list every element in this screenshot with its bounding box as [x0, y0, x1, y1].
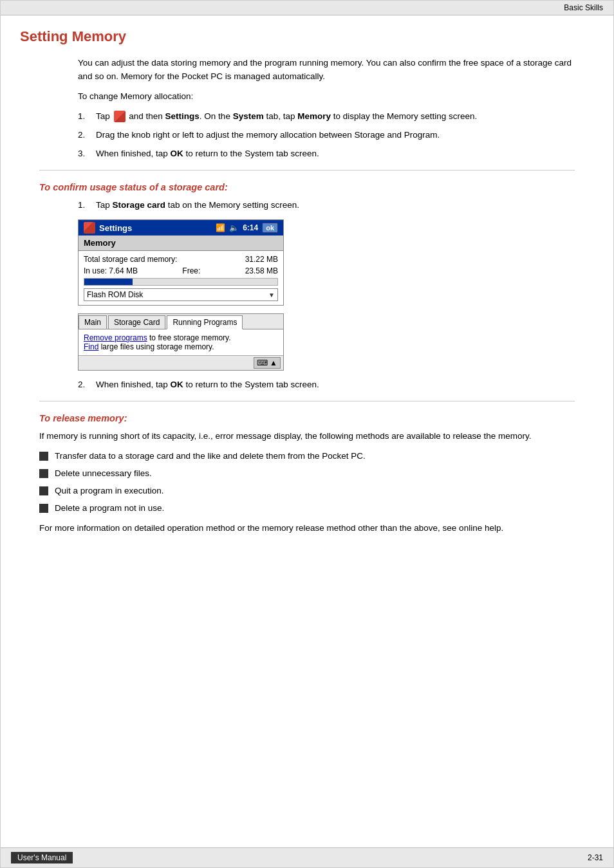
step-3: 3. When finished, tap OK to return to th… — [78, 147, 575, 161]
section-heading-2: To release memory: — [39, 413, 575, 423]
intro-paragraph-2: To change Memory allocation: — [78, 90, 575, 104]
dropdown-arrow-icon: ▼ — [268, 291, 275, 299]
link-row-1: Remove programs to free storage memory. — [84, 333, 278, 342]
progress-bar-used — [84, 279, 133, 285]
link-row-2: Find large files using storage memory. — [84, 342, 278, 351]
step-storage-1: 1. Tap Storage card tab on the Memory se… — [78, 199, 575, 212]
in-use-row: In use: 7.64 MB Free: 23.58 MB — [84, 266, 278, 275]
step-2-text: Drag the knob right or left to adjust th… — [96, 129, 575, 142]
keyboard-icon: ⌨ ▲ — [254, 357, 281, 369]
step-2-after: 2. When finished, tap OK to return to th… — [78, 378, 575, 392]
find-link[interactable]: Find — [84, 342, 98, 351]
total-storage-row: Total storage card memory: 31.22 MB — [84, 255, 278, 264]
step-2-after-num: 2. — [78, 378, 91, 392]
remove-programs-rest: to free storage memory. — [147, 333, 231, 342]
bullet-item-2: Delete unnecessary files. — [39, 467, 575, 481]
header-bar: Basic Skills — [1, 1, 613, 15]
main-content: Setting Memory You can adjust the data s… — [1, 15, 613, 580]
step-3-text: When finished, tap OK to return to the S… — [96, 147, 575, 161]
find-rest: large files using storage memory. — [98, 342, 214, 351]
bullet-text-3: Quit a program in execution. — [55, 485, 164, 498]
tab-storage-card[interactable]: Storage Card — [108, 315, 165, 329]
ui-screenshot-tabs: Main Storage Card Running Programs Remov… — [78, 313, 284, 371]
closing-text: For more information on detailed operati… — [39, 522, 575, 535]
divider-2 — [39, 401, 575, 402]
volume-icon: 🔈 — [229, 223, 239, 232]
section-label: Basic Skills — [564, 3, 603, 12]
tab-running-programs[interactable]: Running Programs — [167, 315, 243, 329]
titlebar-time: 6:14 — [243, 223, 258, 232]
intro-paragraph-1: You can adjust the data storing memory a… — [78, 57, 575, 84]
page-footer: User's Manual 2-31 — [1, 847, 613, 867]
ui-titlebar-left: Settings — [84, 222, 132, 234]
divider-1 — [39, 170, 575, 171]
memory-ui-body: Total storage card memory: 31.22 MB In u… — [79, 251, 283, 305]
remove-programs-link[interactable]: Remove programs — [84, 333, 147, 342]
free-label: Free: — [182, 266, 200, 275]
step-1: 1. Tap and then Settings. On the System … — [78, 110, 575, 124]
memory-tab-header: Memory — [79, 235, 283, 251]
bullet-item-1: Transfer data to a storage card and the … — [39, 450, 575, 463]
release-intro: If memory is running short of its capaci… — [39, 430, 575, 443]
dropdown-row[interactable]: Flash ROM Disk ▼ — [84, 288, 278, 301]
bullet-text-4: Delete a program not in use. — [55, 502, 164, 515]
free-value: 23.58 MB — [245, 266, 278, 275]
bullet-list: Transfer data to a storage card and the … — [39, 450, 575, 515]
progress-bar-container — [84, 278, 278, 286]
titlebar-icon — [84, 222, 95, 234]
bullet-text-2: Delete unnecessary files. — [55, 467, 152, 481]
bullet-item-4: Delete a program not in use. — [39, 502, 575, 515]
titlebar-title: Settings — [99, 223, 132, 233]
step-2-after-item: 2. When finished, tap OK to return to th… — [78, 378, 575, 392]
bullet-icon-3 — [39, 486, 48, 495]
step-2-after-text: When finished, tap OK to return to the S… — [96, 378, 575, 392]
step-1-num: 1. — [78, 110, 91, 124]
steps-storage-card: 1. Tap Storage card tab on the Memory se… — [78, 199, 575, 212]
step-storage-1-num: 1. — [78, 199, 91, 212]
bullet-icon-4 — [39, 504, 48, 513]
tab-main[interactable]: Main — [79, 315, 107, 329]
step-2-num: 2. — [78, 129, 91, 142]
ui-screenshot-memory: Settings 📶 🔈 6:14 ok Memory Total storag… — [78, 219, 284, 306]
bottom-bar: ⌨ ▲ — [79, 355, 283, 370]
step-3-num: 3. — [78, 147, 91, 161]
ui-titlebar: Settings 📶 🔈 6:14 ok — [79, 220, 283, 235]
tab-content: Remove programs to free storage memory. … — [79, 329, 283, 355]
footer-left-label: User's Manual — [11, 852, 73, 863]
dropdown-value: Flash ROM Disk — [87, 290, 143, 299]
step-storage-1-text: Tap Storage card tab on the Memory setti… — [96, 199, 575, 212]
bullet-icon-2 — [39, 469, 48, 478]
steps-change-memory: 1. Tap and then Settings. On the System … — [78, 110, 575, 161]
tabs-bar: Main Storage Card Running Programs — [79, 314, 283, 329]
settings-icon — [114, 111, 126, 122]
footer-right-label: 2-31 — [588, 853, 603, 862]
ui-titlebar-right: 📶 🔈 6:14 ok — [216, 223, 278, 233]
page-title: Setting Memory — [20, 28, 575, 45]
step-2: 2. Drag the knob right or left to adjust… — [78, 129, 575, 142]
ok-button[interactable]: ok — [262, 223, 278, 233]
in-use-label: In use: 7.64 MB — [84, 266, 138, 275]
total-storage-label: Total storage card memory: — [84, 255, 177, 264]
signal-icon: 📶 — [216, 223, 225, 232]
section-heading-1: To confirm usage status of a storage car… — [39, 182, 575, 192]
total-storage-value: 31.22 MB — [245, 255, 278, 264]
bullet-icon-1 — [39, 452, 48, 461]
step-1-text: Tap and then Settings. On the System tab… — [96, 110, 575, 124]
bullet-item-3: Quit a program in execution. — [39, 485, 575, 498]
bullet-text-1: Transfer data to a storage card and the … — [55, 450, 366, 463]
